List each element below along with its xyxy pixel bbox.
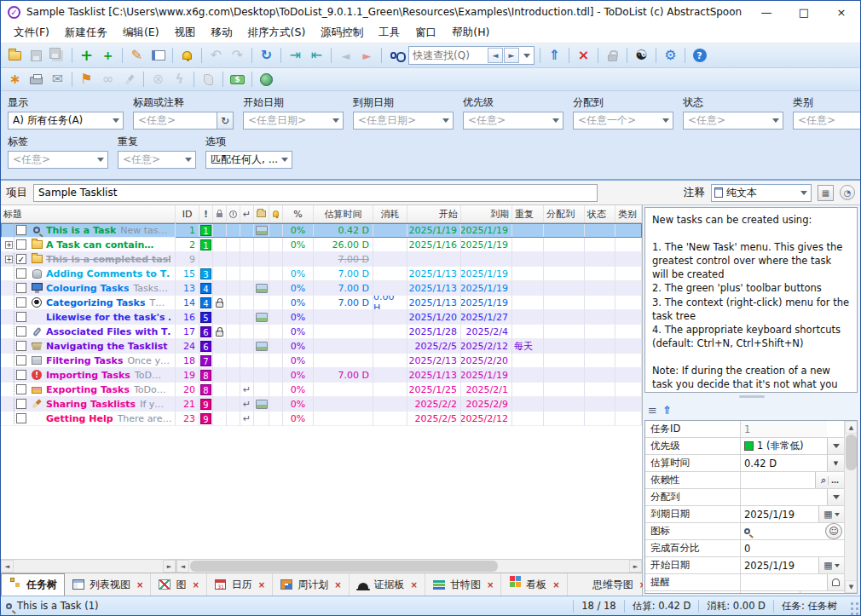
quick-find-next-icon[interactable]: ►	[504, 48, 519, 63]
attribute-value[interactable]: 1 (非常低)	[741, 438, 827, 454]
table-row[interactable]: Adding Comments to T… 15 3 ↵ 0% 7.00 D	[1, 267, 642, 281]
maximize-button[interactable]: □	[785, 1, 823, 23]
comments-expand-button[interactable]: ◔	[840, 185, 855, 200]
help-icon[interactable]: ?	[689, 46, 710, 65]
lightning-icon[interactable]: ϟ	[169, 70, 190, 89]
edit-task-icon[interactable]: ✎	[126, 46, 147, 65]
task-checkbox[interactable]	[16, 326, 26, 337]
column-header-status[interactable]: 状态	[585, 205, 615, 222]
attribute-value[interactable]	[741, 472, 815, 488]
expand-toggle[interactable]: +	[5, 256, 13, 263]
redo-icon[interactable]: ↷	[227, 46, 248, 65]
minimize-button[interactable]: —	[748, 1, 785, 23]
filter-combo[interactable]: <任意一个> ↻	[573, 112, 673, 130]
column-header-assigned[interactable]: 分配到	[544, 205, 585, 222]
recurrence-column-icon[interactable]: ↵	[240, 205, 254, 222]
scrollbar-thumb[interactable]	[190, 561, 498, 572]
flag-icon[interactable]: ⚑	[76, 70, 97, 89]
scroll-right-icon[interactable]: ►	[629, 560, 642, 573]
refresh-icon[interactable]: ↻	[217, 112, 233, 129]
attribute-value[interactable]: 2025/1/19	[741, 557, 818, 573]
donate-icon[interactable]: $	[227, 70, 248, 89]
title-bar[interactable]: ✓ Sample Tasklist [C:\Users\www.x6g.com\…	[1, 1, 860, 23]
table-row[interactable]: Navigating the Tasklist 24 6 ↵ 0%	[1, 339, 642, 354]
close-tab-icon[interactable]: ×	[487, 580, 494, 590]
chevron-down-icon[interactable]	[520, 47, 534, 64]
scroll-up-icon[interactable]: ▲	[845, 421, 858, 434]
view-tab[interactable]: 图 ×	[151, 573, 206, 596]
new-task-icon[interactable]: +	[76, 46, 97, 65]
view-tab[interactable]: 证据板 ×	[350, 573, 425, 596]
attribute-control[interactable]	[827, 438, 844, 454]
burst-icon[interactable]: ∗	[4, 70, 26, 89]
theme-toggle-icon[interactable]: ☯	[631, 46, 652, 65]
filter-combo[interactable]: <任意日期> ↻	[353, 112, 454, 130]
log-icon[interactable]	[198, 70, 219, 89]
column-header-due[interactable]: 到期	[461, 205, 512, 222]
reminder-bell-icon[interactable]	[176, 46, 198, 65]
new-subtask-icon[interactable]: +	[97, 46, 118, 65]
table-row[interactable]: Associated Files with T… 17 6 ↵ 0%	[1, 325, 642, 339]
task-checkbox[interactable]	[16, 268, 26, 279]
attribute-control[interactable]	[825, 523, 842, 539]
view-tab[interactable]: 日历 ×	[207, 573, 273, 596]
cleanup-icon[interactable]	[118, 70, 140, 89]
menu-item[interactable]: 帮助(H)	[444, 23, 497, 43]
task-checkbox[interactable]	[16, 341, 26, 351]
attribute-value[interactable]	[741, 489, 827, 505]
task-icon-picker-icon[interactable]	[147, 46, 169, 65]
view-tab[interactable]: 周计划 ×	[273, 573, 349, 596]
pane-splitter[interactable]	[643, 393, 860, 400]
menu-item[interactable]: 排序方式(S)	[240, 23, 314, 43]
title-column-scrollbar[interactable]: ◄ ►	[1, 560, 176, 573]
scrollbar-thumb[interactable]	[846, 435, 857, 470]
attribute-control[interactable]	[815, 472, 844, 488]
attribute-value[interactable]	[741, 574, 827, 590]
attribute-value[interactable]: doors.j	[741, 591, 800, 594]
scroll-right-icon[interactable]: ►	[163, 560, 176, 573]
view-tab[interactable]: 看板 ×	[501, 573, 567, 596]
open-tasklist-icon[interactable]	[4, 46, 26, 65]
task-checkbox[interactable]	[16, 239, 26, 250]
table-row[interactable]: Likewise for the task's … 16 5 ↵ 0%	[1, 310, 642, 325]
attribute-value[interactable]	[741, 523, 825, 539]
reminder-column-icon[interactable]	[269, 205, 283, 222]
attribute-value[interactable]: 2025/1/19	[741, 506, 818, 522]
comments-format-combo[interactable]: 纯文本	[711, 184, 812, 202]
table-row[interactable]: + A Task can contain… 2 1 ↵	[1, 238, 642, 252]
close-tab-icon[interactable]: ×	[334, 580, 341, 590]
find-tasks-icon[interactable]	[385, 46, 407, 65]
scroll-left-icon[interactable]: ◄	[176, 560, 189, 573]
task-checkbox[interactable]	[16, 283, 26, 293]
table-row[interactable]: Filtering Tasks Once y… 18 7 ↵ 0% 2	[1, 354, 642, 368]
table-row[interactable]: Exporting Tasks ToDo… 20 8 ↵ 0% 202	[1, 383, 642, 397]
preferences-icon[interactable]: ⚙	[660, 46, 681, 65]
task-checkbox[interactable]	[16, 297, 26, 308]
close-tab-icon[interactable]: ×	[411, 580, 418, 590]
table-row[interactable]: Importing Tasks ToD… 19 8 ↵ 0% 7.00 D	[1, 368, 642, 383]
task-checkbox[interactable]	[16, 355, 26, 366]
table-row[interactable]: This is a Task New tas… 1 1 ↵ 0% 0.42 D	[1, 223, 642, 238]
delete-task-icon[interactable]: ×	[573, 46, 594, 65]
table-row[interactable]: + ✓ This is a completed task 9 ↵	[1, 252, 642, 267]
scroll-left-icon[interactable]: ◄	[1, 560, 14, 573]
task-checkbox[interactable]	[16, 399, 26, 409]
close-tab-icon[interactable]: ×	[136, 580, 143, 590]
column-header-percent[interactable]: %	[283, 205, 314, 222]
close-tab-icon[interactable]: ×	[552, 580, 559, 590]
save-icon[interactable]	[26, 46, 47, 65]
attribute-control[interactable]	[827, 455, 844, 471]
menu-item[interactable]: 视图	[167, 23, 204, 43]
expand-toggle[interactable]: +	[5, 241, 13, 249]
attribute-control[interactable]	[827, 540, 844, 556]
attribute-value[interactable]: 1	[741, 421, 827, 437]
close-button[interactable]: ×	[823, 1, 860, 23]
filter-combo[interactable]: <任意> ↻	[463, 112, 563, 130]
outline-options-icon[interactable]: ≡	[648, 404, 657, 417]
task-checkbox[interactable]	[16, 225, 26, 235]
time-column-icon[interactable]	[227, 205, 240, 222]
menu-item[interactable]: 源码控制	[313, 23, 371, 43]
task-checkbox[interactable]	[16, 312, 26, 322]
view-tab[interactable]: 列表视图 ×	[65, 573, 151, 596]
column-header-repeat[interactable]: 重复	[512, 205, 544, 222]
